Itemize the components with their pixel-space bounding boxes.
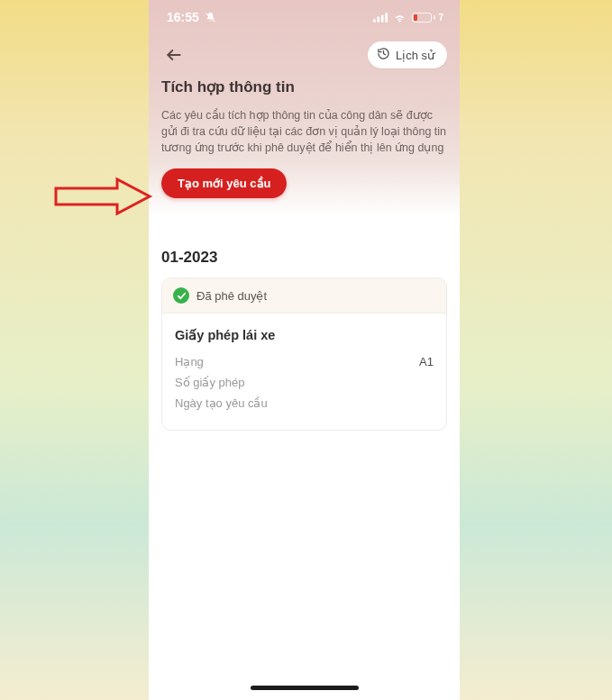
svg-rect-1: [373, 19, 376, 23]
status-time: 16:55: [167, 10, 199, 24]
field-row: Hạng A1: [175, 351, 434, 372]
home-indicator-area: [149, 680, 460, 700]
svg-rect-3: [381, 14, 384, 22]
svg-marker-0: [56, 179, 150, 214]
field-row: Số giấy phép: [175, 372, 434, 393]
battery-tip: [434, 15, 435, 20]
nav-row: Lịch sử: [149, 34, 460, 68]
history-icon: [377, 47, 390, 63]
create-request-label: Tạo mới yêu cầu: [178, 177, 270, 190]
bell-silent-icon: [205, 12, 216, 23]
create-row: Tạo mới yêu cầu: [149, 156, 460, 198]
card-body: Giấy phép lái xe Hạng A1 Số giấy phép Ng…: [162, 314, 446, 430]
battery-indicator: 7: [412, 13, 443, 23]
field-row: Ngày tạo yêu cầu: [175, 393, 434, 414]
arrow-left-icon: [165, 46, 183, 64]
page-title: Tích hợp thông tin: [149, 68, 460, 98]
header-gradient-area: 16:55: [149, 0, 460, 216]
status-bar-right: 7: [373, 13, 443, 23]
field-label: Số giấy phép: [175, 376, 244, 389]
field-value: A1: [419, 355, 434, 368]
phone-frame: 16:55: [149, 0, 460, 700]
svg-rect-2: [378, 16, 380, 22]
section-month-label: 01-2023: [161, 249, 447, 267]
status-bar-left: 16:55: [167, 10, 216, 24]
battery-fill: [414, 14, 417, 21]
status-bar: 16:55: [149, 0, 460, 34]
content-area: 01-2023 Đã phê duyệt Giấy phép lái xe Hạ…: [149, 216, 460, 680]
history-button[interactable]: Lịch sử: [368, 41, 447, 68]
card-title: Giấy phép lái xe: [175, 328, 434, 342]
card-header: Đã phê duyệt: [162, 278, 446, 314]
back-button[interactable]: [161, 42, 187, 68]
status-text: Đã phê duyệt: [196, 289, 267, 303]
svg-rect-4: [386, 13, 388, 23]
page-description: Các yêu cầu tích hợp thông tin của công …: [149, 98, 460, 156]
request-card[interactable]: Đã phê duyệt Giấy phép lái xe Hạng A1 Số…: [161, 277, 447, 431]
battery-percent: 7: [438, 13, 443, 23]
battery-shell-icon: [412, 13, 432, 23]
status-approved-icon: [173, 287, 189, 304]
annotation-arrow-icon: [54, 176, 153, 221]
cellular-icon: [373, 13, 388, 23]
home-indicator[interactable]: [251, 686, 359, 690]
field-label: Ngày tạo yêu cầu: [175, 396, 268, 410]
history-label: Lịch sử: [396, 49, 434, 62]
wifi-icon: [393, 13, 406, 23]
create-request-button[interactable]: Tạo mới yêu cầu: [161, 168, 287, 198]
field-label: Hạng: [175, 355, 204, 368]
